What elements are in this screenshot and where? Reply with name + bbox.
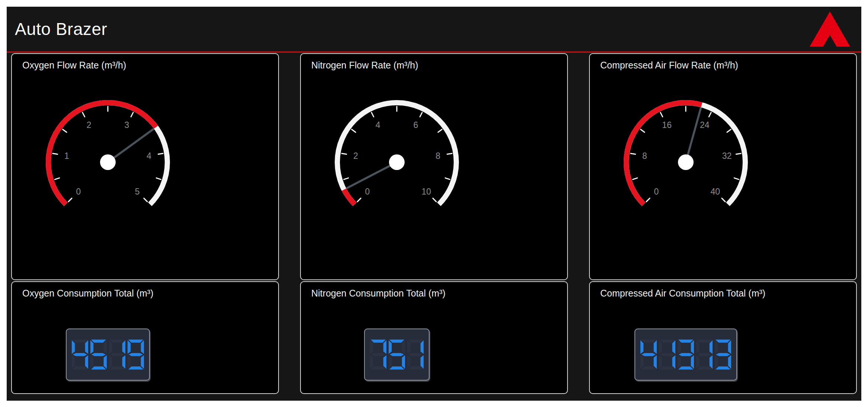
svg-text:8: 8 bbox=[435, 151, 440, 160]
panel-grid: Oxygen Flow Rate (m³/h) 012345 Nitrogen … bbox=[7, 53, 861, 394]
panel-title: Nitrogen Flow Rate (m³/h) bbox=[311, 60, 567, 71]
seven-segment-digit bbox=[715, 337, 731, 372]
oxygen-flow-gauge: 012345 bbox=[41, 96, 175, 220]
page-title: Auto Brazer bbox=[15, 19, 107, 39]
seven-segment-digit bbox=[109, 337, 125, 372]
seven-segment-digit bbox=[696, 337, 713, 372]
svg-text:40: 40 bbox=[710, 187, 720, 196]
svg-text:0: 0 bbox=[654, 187, 659, 196]
mitsubishi-logo-icon bbox=[810, 12, 850, 47]
panel-title: Nitrogen Consumption Total (m³) bbox=[311, 288, 567, 299]
seven-segment-digit bbox=[659, 337, 675, 372]
compressed-air-total-seven-segment-display bbox=[634, 329, 737, 381]
svg-text:32: 32 bbox=[722, 151, 732, 160]
compressed-air-flow-gauge: 0816243240 bbox=[619, 96, 753, 220]
panel-title: Compressed Air Flow Rate (m³/h) bbox=[600, 60, 856, 71]
svg-text:24: 24 bbox=[700, 120, 710, 130]
panel-title: Compressed Air Consumption Total (m³) bbox=[600, 288, 856, 299]
svg-text:4: 4 bbox=[376, 120, 380, 130]
svg-text:5: 5 bbox=[135, 187, 140, 196]
seven-segment-digit bbox=[640, 337, 657, 372]
seven-segment-digit bbox=[389, 337, 405, 372]
svg-text:8: 8 bbox=[642, 151, 647, 160]
svg-text:10: 10 bbox=[421, 187, 431, 196]
oxygen-total-seven-segment-display bbox=[66, 329, 150, 381]
seven-segment-digit bbox=[407, 337, 424, 372]
svg-text:4: 4 bbox=[147, 151, 151, 160]
seven-segment-digit bbox=[128, 337, 144, 372]
panel-nitrogen-flow-gauge: Nitrogen Flow Rate (m³/h) 0246810 bbox=[300, 53, 568, 280]
seven-segment-digit bbox=[90, 337, 107, 372]
nitrogen-flow-gauge: 0246810 bbox=[330, 96, 464, 220]
svg-text:16: 16 bbox=[662, 120, 672, 130]
panel-nitrogen-consumption-total: Nitrogen Consumption Total (m³) bbox=[300, 281, 568, 394]
dashboard: Auto Brazer Oxygen Flow Rate (m³/h) 0123… bbox=[7, 7, 861, 401]
nitrogen-total-seven-segment-display bbox=[364, 329, 430, 381]
header: Auto Brazer bbox=[7, 7, 861, 51]
svg-text:0: 0 bbox=[365, 187, 370, 196]
svg-text:1: 1 bbox=[64, 151, 69, 160]
page: Auto Brazer Oxygen Flow Rate (m³/h) 0123… bbox=[0, 0, 868, 407]
panel-oxygen-flow-gauge: Oxygen Flow Rate (m³/h) 012345 bbox=[11, 53, 279, 280]
seven-segment-digit bbox=[370, 337, 386, 372]
svg-text:2: 2 bbox=[87, 120, 91, 130]
seven-segment-digit bbox=[678, 337, 694, 372]
panel-compressed-air-flow-gauge: Compressed Air Flow Rate (m³/h) 08162432… bbox=[589, 53, 857, 280]
svg-text:2: 2 bbox=[353, 151, 358, 160]
panel-oxygen-consumption-total: Oxygen Consumption Total (m³) bbox=[11, 281, 279, 394]
panel-title: Oxygen Flow Rate (m³/h) bbox=[22, 60, 278, 71]
panel-title: Oxygen Consumption Total (m³) bbox=[22, 288, 278, 299]
svg-text:6: 6 bbox=[413, 120, 418, 130]
seven-segment-digit bbox=[72, 337, 88, 372]
svg-text:0: 0 bbox=[76, 187, 81, 196]
svg-text:3: 3 bbox=[124, 120, 129, 130]
panel-compressed-air-consumption-total: Compressed Air Consumption Total (m³) bbox=[589, 281, 857, 394]
